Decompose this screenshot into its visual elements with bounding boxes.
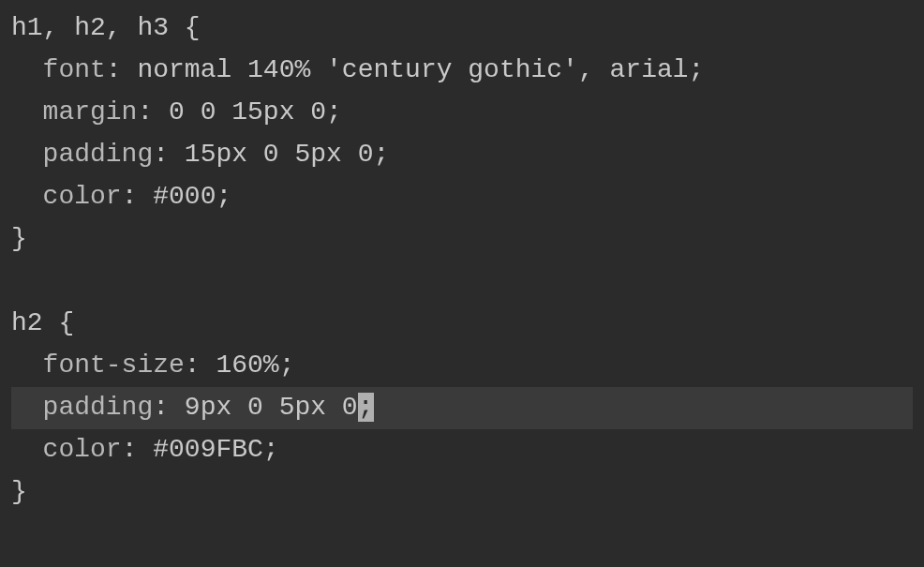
code-line-11[interactable]: color: #009FBC;: [11, 429, 913, 471]
indent: [11, 435, 43, 464]
colon: :: [185, 351, 216, 380]
css-property: margin: [43, 97, 138, 127]
code-line-12[interactable]: }: [11, 471, 913, 514]
css-property: font: [43, 55, 106, 84]
code-line-6[interactable]: }: [11, 218, 913, 261]
indent: [11, 55, 43, 84]
css-value: #009FBC: [153, 435, 263, 464]
indent: [11, 97, 43, 127]
code-line-3[interactable]: margin: 0 0 15px 0;: [11, 92, 913, 134]
colon: :: [153, 393, 185, 422]
cursor-position: ;: [358, 393, 374, 422]
semicolon: ;: [216, 182, 231, 211]
code-editor[interactable]: h1, h2, h3 { font: normal 140% 'century …: [11, 7, 913, 514]
css-property: padding: [43, 393, 154, 422]
css-property: color: [43, 182, 122, 211]
indent: [11, 182, 43, 211]
code-line-8[interactable]: h2 {: [11, 303, 913, 345]
colon: :: [122, 435, 154, 464]
indent: [11, 140, 43, 169]
close-brace: }: [11, 477, 27, 506]
code-line-2[interactable]: font: normal 140% 'century gothic', aria…: [11, 50, 913, 92]
indent: [11, 351, 43, 380]
code-line-7[interactable]: [11, 261, 913, 303]
css-value: 0 0 15px 0: [169, 97, 326, 127]
semicolon: ;: [263, 435, 279, 464]
code-line-1[interactable]: h1, h2, h3 {: [11, 7, 913, 50]
code-line-10-active[interactable]: padding: 9px 0 5px 0;: [11, 387, 913, 429]
semicolon: ;: [689, 55, 705, 84]
css-value: #000: [153, 182, 216, 211]
code-line-4[interactable]: padding: 15px 0 5px 0;: [11, 134, 913, 176]
open-brace: {: [169, 13, 201, 42]
semicolon: ;: [279, 351, 295, 380]
open-brace: {: [43, 308, 75, 337]
semicolon: ;: [326, 97, 342, 127]
css-value: 9px 0 5px 0: [185, 393, 358, 422]
code-line-5[interactable]: color: #000;: [11, 176, 913, 218]
close-brace: }: [11, 224, 27, 253]
css-value: 15px 0 5px 0: [185, 140, 374, 169]
indent: [11, 393, 43, 422]
css-selector: h1, h2, h3: [11, 13, 169, 42]
semicolon: ;: [373, 140, 389, 169]
css-property: padding: [43, 140, 154, 169]
css-selector: h2: [11, 308, 43, 337]
colon: :: [122, 182, 154, 211]
css-property: color: [43, 435, 122, 464]
colon: :: [153, 140, 185, 169]
css-value: 160%: [216, 351, 278, 380]
css-property: font-size: [43, 351, 185, 380]
code-line-9[interactable]: font-size: 160%;: [11, 345, 913, 387]
colon: :: [106, 55, 138, 84]
css-value: normal 140% 'century gothic', arial: [137, 55, 688, 84]
colon: :: [137, 97, 169, 127]
